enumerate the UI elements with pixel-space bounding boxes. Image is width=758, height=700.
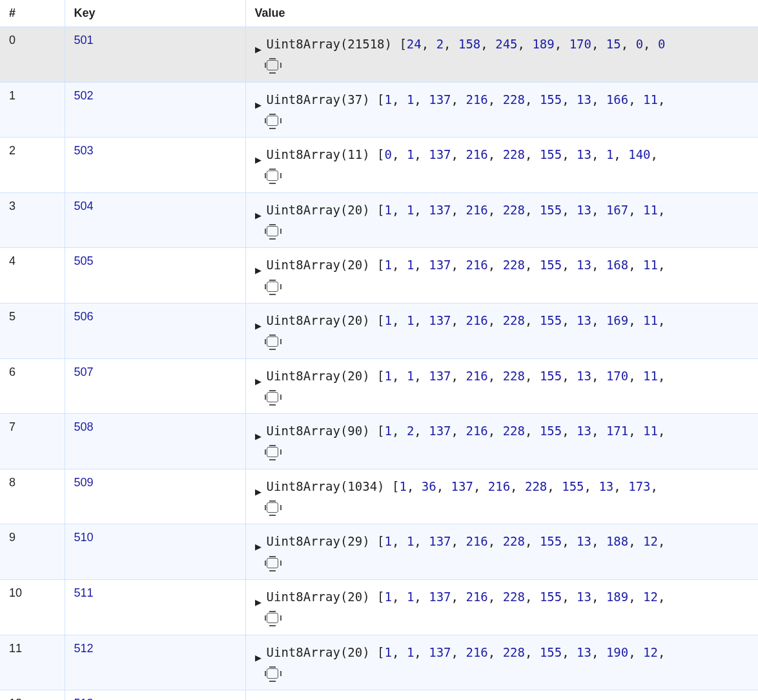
array-number: 137	[429, 203, 451, 217]
comma: ,	[451, 424, 466, 438]
comma: ,	[562, 92, 577, 107]
expand-toggle-icon[interactable]: ▶	[255, 365, 261, 389]
cell-key: 510	[65, 524, 245, 580]
array-number: 170	[606, 369, 628, 383]
memory-chip-icon[interactable]	[267, 226, 278, 236]
comma: ,	[628, 424, 643, 438]
cell-key: 508	[65, 414, 245, 469]
memory-chip-icon[interactable]	[267, 116, 278, 126]
array-number: 137	[429, 534, 451, 548]
header-key[interactable]: Key	[65, 0, 245, 27]
comma: ,	[591, 92, 606, 107]
header-row: # Key Value	[0, 0, 758, 27]
table-row[interactable]: 5506▶Uint8Array(20) [1, 1, 137, 216, 228…	[0, 303, 758, 358]
array-number: 1	[385, 534, 392, 548]
memory-chip-icon[interactable]	[267, 613, 278, 623]
header-index[interactable]: #	[0, 0, 65, 27]
expand-toggle-icon[interactable]: ▶	[255, 144, 261, 167]
expand-toggle-icon[interactable]: ▶	[255, 34, 261, 57]
expand-toggle-icon[interactable]: ▶	[255, 697, 261, 700]
table-row[interactable]: 9510▶Uint8Array(29) [1, 1, 137, 216, 228…	[0, 524, 758, 580]
array-number: 155	[562, 479, 584, 493]
cell-index: 0	[0, 27, 65, 83]
array-number: 155	[540, 92, 562, 107]
memory-chip-icon[interactable]	[267, 668, 278, 679]
cell-index: 12	[0, 690, 65, 700]
array-number: 189	[606, 590, 628, 604]
comma: ,	[658, 258, 665, 272]
expand-toggle-icon[interactable]: ▶	[255, 89, 261, 112]
table-row[interactable]: 10511▶Uint8Array(20) [1, 1, 137, 216, 22…	[0, 579, 758, 635]
array-number: 13	[577, 369, 591, 383]
cell-index: 6	[0, 358, 65, 414]
cell-value: ▶Uint8Array(90) [1, 2, 137, 216, 228, 15…	[245, 414, 758, 469]
cell-value: ▶Uint8Array(20) [1, 1, 137, 216, 228, 15…	[245, 579, 758, 635]
array-number: 155	[540, 590, 562, 604]
comma: ,	[658, 534, 665, 548]
expand-toggle-icon[interactable]: ▶	[255, 310, 261, 333]
comma: ,	[510, 479, 525, 493]
memory-chip-icon[interactable]	[267, 502, 278, 513]
memory-chip-icon[interactable]	[267, 392, 278, 402]
table-row[interactable]: 6507▶Uint8Array(20) [1, 1, 137, 216, 228…	[0, 358, 758, 414]
cell-value: ▶Uint8Array(20) [1, 1, 137, 216, 228, 15…	[245, 303, 758, 358]
array-number: 1	[385, 590, 392, 604]
table-row[interactable]: 4505▶Uint8Array(20) [1, 1, 137, 216, 228…	[0, 248, 758, 304]
array-number: 216	[466, 534, 487, 548]
comma: ,	[488, 313, 503, 327]
cell-key: 501	[65, 27, 245, 83]
header-value[interactable]: Value	[245, 0, 758, 27]
array-number: 1	[407, 534, 414, 548]
array-number: 1	[407, 258, 414, 272]
comma: ,	[488, 424, 503, 438]
cell-value: ▶Uint8Array(11) [0, 1, 137, 216, 228, 15…	[245, 138, 758, 193]
comma: ,	[613, 147, 628, 161]
array-number: 1	[385, 369, 392, 383]
comma: ,	[591, 258, 606, 272]
expand-toggle-icon[interactable]: ▶	[255, 586, 261, 610]
table-row[interactable]: 12513▶Uint8Array(20) [1, 1, 137, 216, 22…	[0, 690, 758, 700]
cell-index: 1	[0, 82, 65, 138]
comma: ,	[584, 479, 599, 493]
expand-toggle-icon[interactable]: ▶	[255, 200, 261, 223]
comma: ,	[392, 92, 407, 107]
array-number: 2	[407, 424, 414, 438]
array-number: 15	[606, 37, 621, 51]
comma: ,	[451, 645, 466, 659]
expand-toggle-icon[interactable]: ▶	[255, 531, 261, 554]
memory-chip-icon[interactable]	[267, 447, 278, 457]
array-number: 228	[503, 203, 525, 217]
memory-chip-icon[interactable]	[267, 558, 278, 568]
cell-value: ▶Uint8Array(20) [1, 1, 137, 216, 228, 15…	[245, 358, 758, 414]
array-number: 0	[636, 37, 643, 51]
expand-toggle-icon[interactable]: ▶	[255, 254, 261, 278]
array-type-label: Uint8Array(29)	[267, 534, 378, 548]
table-row[interactable]: 3504▶Uint8Array(20) [1, 1, 137, 216, 228…	[0, 192, 758, 248]
cell-key: 513	[65, 690, 245, 700]
comma: ,	[628, 203, 643, 217]
expand-toggle-icon[interactable]: ▶	[255, 642, 261, 665]
comma: ,	[658, 645, 665, 659]
array-number: 1	[385, 313, 392, 327]
table-row[interactable]: 7508▶Uint8Array(90) [1, 2, 137, 216, 228…	[0, 414, 758, 469]
array-number: 11	[643, 424, 658, 438]
indexeddb-table: # Key Value 0501▶Uint8Array(21518) [24, …	[0, 0, 758, 700]
comma: ,	[562, 258, 577, 272]
comma: ,	[414, 534, 429, 548]
array-preview: Uint8Array(29) [1, 1, 137, 216, 228, 155…	[267, 531, 666, 573]
expand-toggle-icon[interactable]: ▶	[255, 476, 261, 499]
memory-chip-icon[interactable]	[267, 282, 278, 292]
table-row[interactable]: 2503▶Uint8Array(11) [0, 1, 137, 216, 228…	[0, 138, 758, 193]
array-number: 11	[643, 258, 658, 272]
memory-chip-icon[interactable]	[267, 336, 278, 347]
table-row[interactable]: 1502▶Uint8Array(37) [1, 1, 137, 216, 228…	[0, 82, 758, 138]
table-row[interactable]: 0501▶Uint8Array(21518) [24, 2, 158, 245,…	[0, 27, 758, 83]
memory-chip-icon[interactable]	[267, 170, 278, 181]
table-row[interactable]: 11512▶Uint8Array(20) [1, 1, 137, 216, 22…	[0, 635, 758, 690]
array-number: 171	[606, 424, 628, 438]
expand-toggle-icon[interactable]: ▶	[255, 420, 261, 444]
table-row[interactable]: 8509▶Uint8Array(1034) [1, 36, 137, 216, …	[0, 469, 758, 524]
array-number: 140	[628, 147, 650, 161]
array-type-label: Uint8Array(1034)	[267, 479, 392, 493]
memory-chip-icon[interactable]	[267, 60, 278, 70]
